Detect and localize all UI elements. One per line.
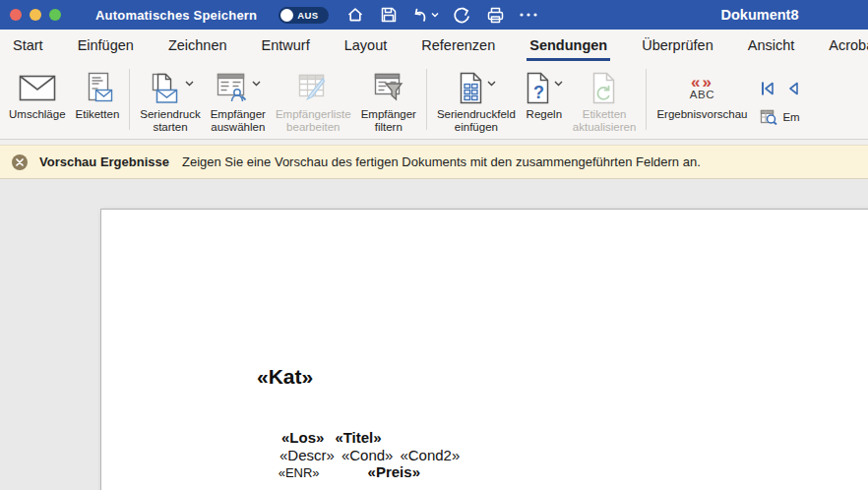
tab-start[interactable]: Start bbox=[10, 30, 46, 61]
update-labels-button: Etikettenaktualisieren bbox=[568, 61, 642, 134]
info-bar-message: Zeigen Sie eine Vorschau des fertigen Do… bbox=[182, 154, 701, 169]
minimize-window-button[interactable] bbox=[30, 9, 41, 21]
preview-results-button[interactable]: «» ABC Ergebnisvorschau bbox=[651, 61, 752, 121]
info-bar-title: Vorschau Ergebnisse bbox=[39, 154, 169, 169]
insert-merge-field-icon bbox=[457, 72, 484, 104]
start-mail-merge-button[interactable]: Seriendruckstarten bbox=[135, 61, 205, 134]
ribbon-group-start-merge: Seriendruckstarten Empfängerauswählen bbox=[135, 61, 421, 139]
edit-recipient-list-button: Empfängerlistebearbeiten bbox=[271, 61, 356, 134]
rules-icon: ? bbox=[526, 72, 551, 104]
chevron-down-icon[interactable] bbox=[185, 81, 194, 87]
ribbon-group-fields: Seriendruckfeldeinfügen ? Regeln bbox=[432, 61, 641, 139]
dismiss-icon[interactable] bbox=[12, 154, 28, 170]
undo-chevron-icon[interactable] bbox=[431, 12, 439, 18]
previous-record-icon[interactable] bbox=[785, 81, 801, 96]
ribbon-tab-bar: Start Einfügen Zeichnen Entwurf Layout R… bbox=[0, 30, 868, 61]
update-labels-icon bbox=[591, 72, 617, 104]
undo-button[interactable] bbox=[411, 6, 439, 24]
tab-entwurf[interactable]: Entwurf bbox=[259, 30, 313, 61]
edit-recipient-list-icon bbox=[296, 72, 330, 103]
labels-button[interactable]: Etiketten bbox=[71, 61, 125, 121]
document-title: Dokument8 bbox=[701, 7, 819, 23]
document-area: «Kat» «Los»«Titel» «Descr»«Cond»«Cond2» … bbox=[0, 179, 868, 490]
find-recipient-label: Em bbox=[782, 111, 799, 123]
preview-info-bar: Vorschau Ergebnisse Zeigen Sie eine Vors… bbox=[0, 145, 868, 179]
autosave-state-label: AUS bbox=[297, 10, 318, 21]
document-page[interactable]: «Kat» «Los»«Titel» «Descr»«Cond»«Cond2» … bbox=[100, 209, 868, 490]
tab-sendungen[interactable]: Sendungen bbox=[527, 30, 610, 61]
print-icon[interactable] bbox=[484, 4, 506, 26]
save-icon[interactable] bbox=[378, 4, 400, 26]
tab-layout[interactable]: Layout bbox=[341, 30, 391, 61]
close-window-button[interactable] bbox=[10, 9, 22, 21]
filter-recipients-icon bbox=[372, 72, 405, 103]
ribbon-divider bbox=[426, 69, 427, 130]
autosave-label: Automatisches Speichern bbox=[95, 8, 257, 23]
record-navigation: Em bbox=[760, 61, 801, 125]
ribbon-group-create: Umschläge Etiketten bbox=[4, 61, 124, 139]
tab-acrobat[interactable]: Acrobat bbox=[826, 30, 868, 61]
undo-icon bbox=[411, 6, 429, 24]
first-record-icon[interactable] bbox=[760, 81, 775, 96]
tab-ansicht[interactable]: Ansicht bbox=[745, 30, 798, 61]
merge-field-preis[interactable]: «Preis» bbox=[368, 463, 420, 480]
labels-icon bbox=[82, 72, 113, 103]
redo-icon[interactable] bbox=[451, 4, 472, 26]
tab-referenzen[interactable]: Referenzen bbox=[418, 30, 498, 61]
tab-einfuegen[interactable]: Einfügen bbox=[75, 30, 137, 61]
envelope-icon bbox=[19, 75, 56, 101]
tab-zeichnen[interactable]: Zeichnen bbox=[165, 30, 230, 61]
insert-merge-field-button[interactable]: Seriendruckfeldeinfügen bbox=[432, 61, 521, 134]
ribbon: Umschläge Etiketten bbox=[0, 61, 868, 140]
envelopes-button[interactable]: Umschläge bbox=[4, 61, 71, 121]
svg-text:?: ? bbox=[533, 83, 544, 102]
ribbon-divider bbox=[646, 69, 647, 130]
ribbon-group-preview: «» ABC Ergebnisvorschau bbox=[651, 61, 801, 139]
rules-button[interactable]: ? Regeln bbox=[521, 61, 568, 121]
zoom-window-button[interactable] bbox=[49, 9, 61, 21]
title-bar: Automatisches Speichern AUS bbox=[0, 0, 868, 30]
autosave-toggle[interactable]: AUS bbox=[279, 7, 329, 24]
find-recipient-button[interactable]: Em bbox=[760, 108, 801, 125]
find-recipient-icon bbox=[760, 108, 777, 125]
preview-results-icon: «» ABC bbox=[690, 74, 714, 101]
more-icon[interactable] bbox=[518, 4, 539, 26]
chevron-down-icon[interactable] bbox=[554, 81, 563, 87]
select-recipients-button[interactable]: Empfängerauswählen bbox=[206, 61, 271, 134]
toggle-knob bbox=[280, 9, 293, 22]
merge-field-kat[interactable]: «Kat» bbox=[257, 365, 313, 389]
select-recipients-icon bbox=[216, 72, 249, 103]
window-controls bbox=[10, 9, 61, 21]
chevron-down-icon[interactable] bbox=[487, 81, 496, 87]
filter-recipients-button[interactable]: Empfängerfiltern bbox=[356, 61, 421, 134]
home-icon[interactable] bbox=[344, 4, 366, 26]
chevron-down-icon[interactable] bbox=[252, 81, 261, 87]
merge-field-enr[interactable]: «ENR» bbox=[279, 465, 320, 480]
tab-ueberpruefen[interactable]: Überprüfen bbox=[639, 30, 716, 61]
ribbon-divider bbox=[129, 69, 130, 130]
start-mail-merge-icon bbox=[147, 72, 182, 104]
